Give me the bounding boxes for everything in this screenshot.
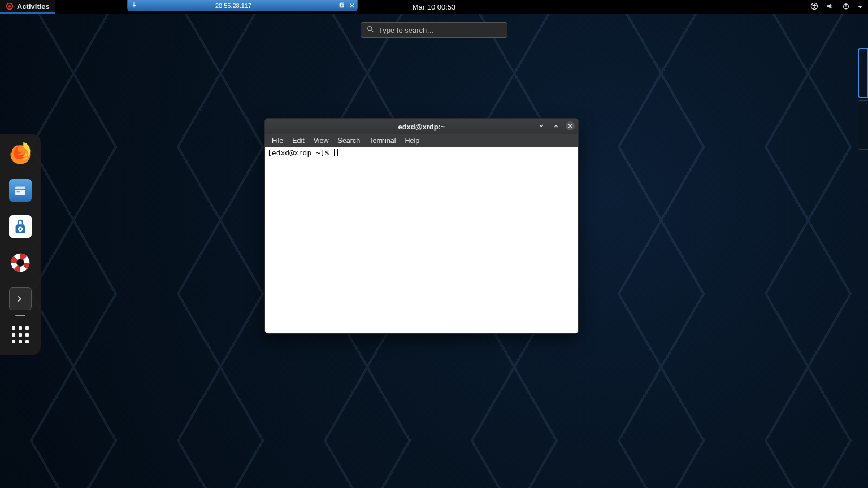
dash-app-files[interactable] [5,175,36,206]
chevron-down-icon [858,6,862,8]
terminal-titlebar[interactable]: edxd@xrdp:~ [265,119,578,134]
menu-search[interactable]: Search [335,136,364,146]
dash-app-terminal[interactable] [5,284,36,314]
terminal-window[interactable]: edxd@xrdp:~ File Edit View Search Termin… [264,118,579,334]
workspace-switcher [858,48,868,150]
svg-rect-11 [17,191,21,193]
rdp-address: 20.55.28.117 [140,2,327,9]
rdp-pin-button[interactable] [128,2,140,9]
menu-file[interactable]: File [268,136,287,146]
firefox-icon [8,142,32,166]
window-minimize-button[interactable] [536,121,546,131]
terminal-icon [9,287,32,310]
panel-clock[interactable]: Mar 10 00:53 [413,3,456,11]
files-icon [9,179,32,202]
software-icon [9,215,32,238]
lifebuoy-icon [9,251,32,274]
svg-point-3 [814,3,815,5]
svg-point-7 [368,27,372,30]
dash-app-software[interactable] [5,211,36,242]
window-close-button[interactable] [566,121,575,130]
svg-point-1 [8,5,11,7]
rdp-restore-button[interactable] [337,2,347,10]
activities-icon [6,2,14,10]
rdp-minimize-button[interactable]: — [327,2,337,10]
menu-terminal[interactable]: Terminal [366,136,399,146]
dash-app-firefox[interactable] [5,139,36,169]
overview-search[interactable] [361,22,507,38]
accessibility-icon [810,2,818,12]
activities-button[interactable]: Activities [0,0,55,14]
terminal-title: edxd@xrdp:~ [398,123,445,131]
workspace-thumbnail-1[interactable] [858,48,868,98]
terminal-body[interactable]: [edxd@xrdp ~]$ [265,147,578,333]
workspace-thumbnail-2[interactable] [858,100,868,150]
search-input[interactable] [379,26,501,34]
menu-view[interactable]: View [310,136,332,146]
show-applications-button[interactable] [5,320,36,350]
window-maximize-button[interactable] [551,121,561,131]
volume-icon [826,2,834,12]
dash-app-help[interactable] [5,247,36,278]
terminal-cursor [334,149,338,156]
terminal-menubar: File Edit View Search Terminal Help [265,134,578,147]
running-indicator [15,315,25,316]
menu-edit[interactable]: Edit [289,136,308,146]
apps-grid-icon [12,326,29,343]
rdp-connection-bar[interactable]: 20.55.28.117 — ✕ [127,0,358,11]
svg-rect-10 [15,190,25,195]
power-icon [842,2,850,12]
menu-help[interactable]: Help [401,136,423,146]
rdp-close-button[interactable]: ✕ [347,2,357,10]
status-area[interactable] [810,2,868,12]
search-icon [367,25,374,34]
activities-label: Activities [17,2,50,11]
dash [0,134,41,355]
terminal-prompt: [edxd@xrdp ~]$ [267,149,333,157]
svg-rect-9 [15,187,25,189]
